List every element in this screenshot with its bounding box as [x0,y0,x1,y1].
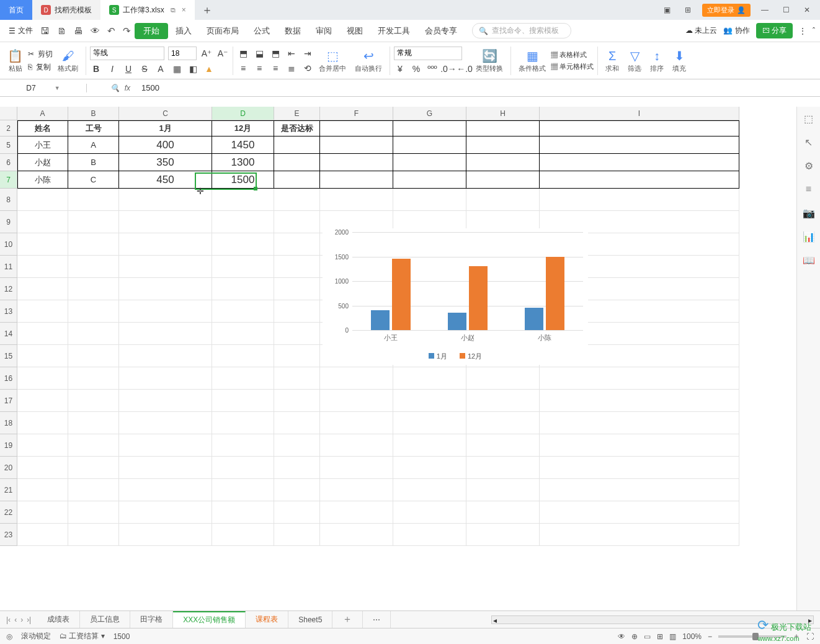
sum-button[interactable]: Σ求和 [602,47,623,74]
collab-button[interactable]: 👥 协作 [723,25,749,36]
cell[interactable] [466,171,540,189]
cell[interactable] [540,367,739,390]
number-format-select[interactable] [394,47,462,60]
indent-dec-icon[interactable]: ⇤ [285,47,298,60]
cell[interactable] [274,524,320,546]
merge-button[interactable]: ⬚合并居中 [315,47,350,74]
cell[interactable] [466,524,540,546]
undo-icon[interactable]: ↶ [104,25,119,37]
cell[interactable] [393,154,466,171]
cell[interactable] [68,233,119,256]
align-justify-icon[interactable]: ≣ [285,62,298,74]
spreadsheet-grid[interactable]: ABCDEFGHI 256789101112131415161718192021… [0,107,796,610]
cell[interactable] [320,154,393,171]
cell[interactable] [320,171,393,189]
cell[interactable]: C [68,171,119,189]
menu-tab-layout[interactable]: 页面布局 [199,25,246,37]
tab-new[interactable]: ＋ [195,0,220,20]
orient-icon[interactable]: ⟲ [301,62,314,74]
align-bot-icon[interactable]: ⬒ [269,47,282,60]
panel-cursor-icon[interactable]: ↖ [802,135,816,149]
bold-button[interactable]: B [90,63,102,75]
col-header-I[interactable]: I [540,107,739,120]
indent-inc-icon[interactable]: ⇥ [301,47,314,60]
cell[interactable] [320,457,393,479]
col-header-B[interactable]: B [68,107,119,120]
col-header-F[interactable]: F [320,107,393,120]
row-header-13[interactable]: 13 [0,300,17,323]
cell[interactable] [393,457,466,479]
align-center-icon[interactable]: ≡ [253,62,265,74]
cell[interactable] [540,434,739,457]
cell[interactable] [466,390,540,412]
cell[interactable]: 小赵 [17,154,68,171]
cell[interactable] [393,171,466,189]
cell[interactable] [68,211,119,233]
cell[interactable] [393,189,466,211]
thousands-icon[interactable]: ººº [426,63,439,75]
cell[interactable] [393,120,466,136]
cell[interactable] [320,189,393,211]
align-mid-icon[interactable]: ⬓ [253,47,265,60]
print-icon[interactable]: 🖶 [70,25,87,36]
cell[interactable] [212,278,274,300]
align-left-icon[interactable]: ≡ [237,62,249,74]
cell[interactable]: 350 [119,154,212,171]
cell[interactable] [212,211,274,233]
cell[interactable] [540,412,739,434]
row-header-10[interactable]: 10 [0,233,17,256]
sheet-last-icon[interactable]: ›| [27,615,31,624]
row-header-12[interactable]: 12 [0,278,17,300]
underline-button[interactable]: U [122,63,135,75]
row-header-6[interactable]: 6 [0,154,17,171]
cell[interactable] [212,434,274,457]
cell[interactable] [17,300,68,323]
view-normal-icon[interactable]: ▭ [644,632,651,641]
cell[interactable] [274,345,320,367]
cell[interactable] [68,345,119,367]
row-header-21[interactable]: 21 [0,479,17,501]
share-button[interactable]: ⮹ 分享 [756,23,793,38]
cell[interactable] [119,367,212,390]
type-convert[interactable]: 🔄类型转换 [472,47,507,74]
cell[interactable] [393,412,466,434]
zoom-value[interactable]: 100% [682,632,702,641]
cell[interactable] [393,136,466,154]
currency-icon[interactable]: ¥ [394,63,406,75]
sheet-tab[interactable]: Sheet5 [288,611,332,628]
font-size-select[interactable] [168,47,197,60]
cell[interactable] [320,524,393,546]
cell[interactable] [68,434,119,457]
row-header-9[interactable]: 9 [0,211,17,233]
col-header-G[interactable]: G [393,107,466,120]
row-header-7[interactable]: 7 [0,171,17,189]
preview-icon[interactable]: 👁 [87,25,104,36]
tab-home[interactable]: 首页 [0,0,32,20]
row-header-17[interactable]: 17 [0,390,17,412]
font-grow-icon[interactable]: A⁺ [200,47,213,60]
cell[interactable] [212,390,274,412]
menu-tab-formula[interactable]: 公式 [246,25,277,37]
cell[interactable] [466,136,540,154]
cell[interactable] [320,390,393,412]
cell[interactable] [68,501,119,524]
align-top-icon[interactable]: ⬒ [237,47,249,60]
dec-dec-icon[interactable]: ←.0 [458,63,471,75]
cell[interactable] [320,412,393,434]
select-all-corner[interactable] [0,107,17,120]
cell[interactable] [540,501,739,524]
chart-bar[interactable] [469,266,488,330]
record-icon[interactable]: ◎ [6,632,12,641]
login-button[interactable]: 立即登录👤 [702,4,751,17]
panel-camera-icon[interactable]: 📷 [802,206,816,220]
command-search[interactable]: 🔍查找命令、搜索模板 [472,23,571,38]
cell[interactable] [17,524,68,546]
view-center-icon[interactable]: ⊕ [631,632,638,641]
cell[interactable] [466,367,540,390]
paste-group[interactable]: 📋粘贴 [4,47,27,74]
cell[interactable] [540,171,739,189]
cell[interactable] [17,345,68,367]
sheet-prev-icon[interactable]: ‹ [14,615,17,624]
cell[interactable] [274,412,320,434]
cell[interactable] [212,367,274,390]
